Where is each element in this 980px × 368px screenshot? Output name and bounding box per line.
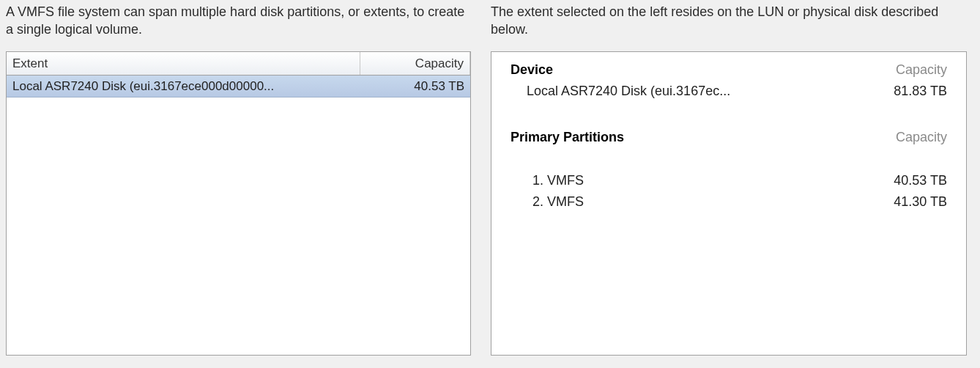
partition-row: 1. VMFS 40.53 TB [511,173,947,188]
device-details-box: Device Capacity Local ASR7240 Disk (eui.… [491,51,967,356]
extents-panel: A VMFS file system can span multiple har… [6,0,471,356]
partitions-list: 1. VMFS 40.53 TB 2. VMFS 41.30 TB [511,151,947,210]
partitions-capacity-label: Capacity [896,130,947,145]
device-section-header: Device Capacity [511,62,947,78]
extents-description: A VMFS file system can span multiple har… [6,0,471,48]
table-row[interactable]: Local ASR7240 Disk (eui.3167ece000d00000… [7,76,470,97]
partition-capacity: 40.53 TB [894,173,947,188]
extents-table-header: Extent Capacity [7,52,470,76]
partitions-heading: Primary Partitions [511,130,624,145]
partition-capacity: 41.30 TB [894,194,947,210]
device-panel: The extent selected on the left resides … [491,0,967,356]
device-capacity-label: Capacity [896,62,947,78]
partitions-section-header: Primary Partitions Capacity [511,130,947,145]
partition-row: 2. VMFS 41.30 TB [511,194,947,210]
extents-table: Extent Capacity Local ASR7240 Disk (eui.… [6,51,471,356]
device-detail-row: Local ASR7240 Disk (eui.3167ec... 81.83 … [511,84,947,99]
column-header-extent[interactable]: Extent [7,52,360,75]
device-heading: Device [511,62,553,78]
column-header-capacity[interactable]: Capacity [360,52,470,75]
extent-capacity: 40.53 TB [360,79,470,94]
device-capacity: 81.83 TB [894,84,947,99]
partition-label: 2. VMFS [532,194,584,210]
device-description: The extent selected on the left resides … [491,0,967,48]
extent-name: Local ASR7240 Disk (eui.3167ece000d00000… [7,79,360,94]
partition-label: 1. VMFS [532,173,584,188]
device-name: Local ASR7240 Disk (eui.3167ec... [527,84,730,99]
